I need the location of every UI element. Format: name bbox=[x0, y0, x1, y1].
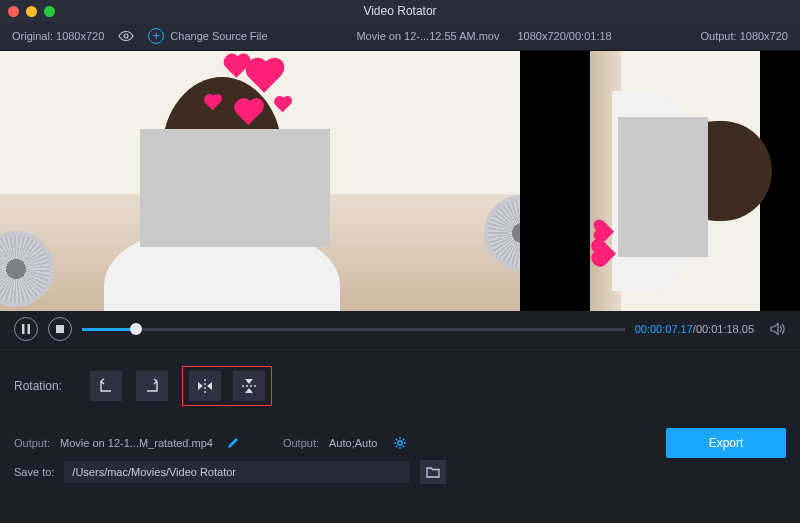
preview-row bbox=[0, 51, 800, 311]
preview-original bbox=[0, 51, 520, 311]
output-preset-label: Output: bbox=[283, 437, 319, 449]
rotation-row: Rotation: bbox=[14, 366, 786, 406]
output-filename: Movie on 12-1...M_ratated.mp4 bbox=[60, 437, 213, 449]
svg-point-0 bbox=[124, 34, 128, 38]
output-filename-label: Output: bbox=[14, 437, 50, 449]
face-redaction bbox=[140, 129, 330, 247]
original-dims-label: Original: 1080x720 bbox=[12, 30, 104, 42]
flip-vertical-button[interactable] bbox=[233, 371, 265, 401]
preview-output bbox=[520, 51, 800, 311]
total-time: /00:01:18.05 bbox=[693, 323, 754, 335]
svg-rect-1 bbox=[22, 324, 25, 334]
output-settings-icon[interactable] bbox=[393, 436, 407, 450]
edit-filename-icon[interactable] bbox=[227, 437, 239, 449]
save-path-field[interactable]: /Users/mac/Movies/Video Rotator bbox=[64, 461, 410, 483]
playback-bar: 00:00:07.17/00:01:18.05 bbox=[0, 311, 800, 348]
output-dims-label: Output: 1080x720 bbox=[701, 30, 788, 42]
change-source-button[interactable]: + Change Source File bbox=[148, 28, 267, 44]
current-time: 00:00:07.17 bbox=[635, 323, 693, 335]
controls-area: Rotation: Output: Movie on 12-1...M_rata… bbox=[0, 348, 800, 492]
flip-horizontal-button[interactable] bbox=[189, 371, 221, 401]
info-bar: Original: 1080x720 + Change Source File … bbox=[0, 22, 800, 51]
stop-button[interactable] bbox=[48, 317, 72, 341]
change-source-label: Change Source File bbox=[170, 30, 267, 42]
source-dims-duration: 1080x720/00:01:18 bbox=[517, 30, 611, 42]
output-row: Output: Movie on 12-1...M_ratated.mp4 Ou… bbox=[14, 436, 786, 450]
rotate-cw-button[interactable] bbox=[136, 371, 168, 401]
timecode: 00:00:07.17/00:01:18.05 bbox=[635, 323, 754, 335]
rotation-label: Rotation: bbox=[14, 379, 76, 393]
timeline-slider[interactable] bbox=[82, 318, 625, 340]
timeline-thumb[interactable] bbox=[130, 323, 142, 335]
face-redaction bbox=[618, 117, 708, 257]
titlebar: Video Rotator bbox=[0, 0, 800, 22]
plus-circle-icon: + bbox=[148, 28, 164, 44]
svg-point-4 bbox=[398, 441, 402, 445]
export-button[interactable]: Export bbox=[666, 428, 786, 458]
output-preset: Auto;Auto bbox=[329, 437, 377, 449]
pause-button[interactable] bbox=[14, 317, 38, 341]
save-to-label: Save to: bbox=[14, 466, 54, 478]
svg-rect-2 bbox=[28, 324, 31, 334]
choose-folder-button[interactable] bbox=[420, 460, 446, 484]
preview-eye-icon[interactable] bbox=[118, 30, 134, 42]
export-label: Export bbox=[709, 436, 744, 450]
app-title: Video Rotator bbox=[0, 4, 800, 18]
svg-rect-3 bbox=[56, 325, 64, 333]
save-row: Save to: /Users/mac/Movies/Video Rotator bbox=[14, 460, 786, 484]
flip-buttons-highlight bbox=[182, 366, 272, 406]
source-filename: Movie on 12-...12.55 AM.mov bbox=[356, 30, 499, 42]
volume-icon[interactable] bbox=[770, 322, 786, 336]
rotate-ccw-button[interactable] bbox=[90, 371, 122, 401]
